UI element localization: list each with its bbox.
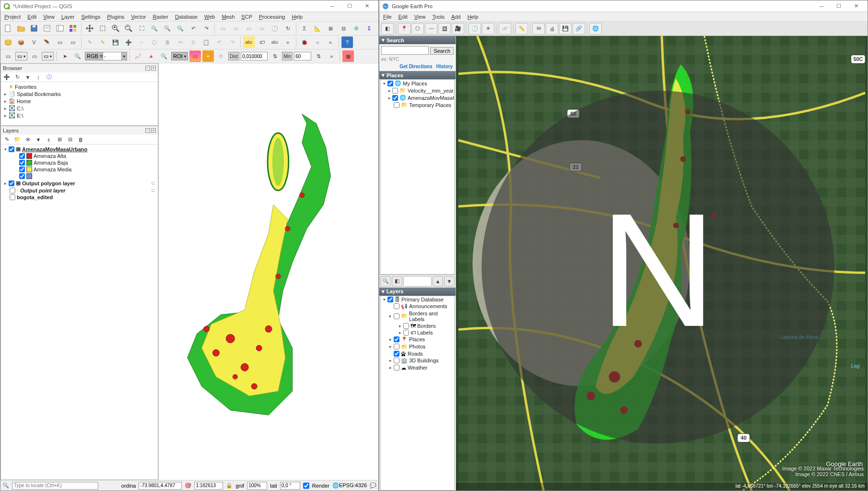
search-input[interactable] [381, 46, 429, 55]
layers-style-icon[interactable]: ✎ [2, 135, 11, 144]
layer-borders-sub[interactable]: ▸🗺Borders [381, 323, 454, 329]
layer-checkbox[interactable] [9, 146, 14, 152]
label-icon[interactable]: abc [243, 36, 255, 48]
scp-dock-icon[interactable]: ▭ [2, 50, 14, 62]
scp-add-icon[interactable]: + [202, 50, 214, 62]
move-down-icon[interactable]: ▼ [444, 276, 455, 287]
minimize-button[interactable]: ─ [324, 1, 341, 12]
zoom-native-icon[interactable]: 🔍 [175, 23, 186, 34]
history-link[interactable]: History [436, 64, 453, 69]
layers-expand-icon[interactable]: ⊞ [55, 135, 64, 144]
minimize-button[interactable]: ─ [813, 1, 830, 12]
path-tool-icon[interactable]: 〰 [425, 23, 437, 35]
search-header[interactable]: ▾Search [379, 36, 456, 44]
show-layout-manager-icon[interactable] [54, 23, 66, 34]
ruler-icon[interactable]: 📏 [516, 23, 528, 35]
legend-baja[interactable]: Amenaza Baja [2, 159, 157, 166]
render-checkbox[interactable] [303, 482, 309, 490]
delete-selected-icon[interactable]: 🗑 [162, 36, 173, 48]
attributes-table-icon[interactable]: ⊞ [325, 23, 336, 34]
layers-expr-icon[interactable]: ε [45, 135, 53, 144]
places-header[interactable]: ▾Places [379, 71, 456, 79]
directions-link[interactable]: Get Directions [399, 64, 432, 69]
menu-settings[interactable]: Settings [79, 13, 103, 20]
menu-layer[interactable]: Layer [59, 13, 77, 20]
places-tree[interactable]: ▾🌐My Places ▸📁Velocity__mm_year__ti... ▸… [380, 79, 455, 275]
menu-view[interactable]: View [412, 13, 428, 20]
signin-icon[interactable]: 🌐 [589, 23, 602, 35]
historical-icon[interactable]: 🕑 [469, 23, 481, 35]
layers-remove-icon[interactable]: 🗑 [76, 135, 85, 144]
browser-item-c[interactable]: ▸💽C:\ [2, 105, 157, 112]
panel-close-icon[interactable]: × [151, 128, 156, 133]
zoom-layer-icon[interactable]: 🔍 [162, 23, 173, 34]
zoom-in-icon[interactable]: + [110, 23, 121, 34]
new-shapefile-icon[interactable]: V [28, 36, 40, 48]
scp-rgb-combo[interactable]: RGB = ▾ [85, 52, 127, 60]
scp-dist-input[interactable] [241, 52, 268, 60]
planet-icon[interactable]: 🪐 [499, 23, 511, 35]
move-up-icon[interactable]: ▲ [433, 276, 443, 287]
browser-props-icon[interactable]: ⓘ [45, 73, 53, 82]
close-button[interactable]: ✕ [847, 1, 865, 12]
browser-add-icon[interactable]: ➕ [2, 73, 11, 82]
toggle-editing-icon[interactable]: ✎ [84, 36, 95, 48]
cut-icon[interactable]: ✂ [175, 36, 186, 48]
layer-bogota[interactable]: bogota_edited [2, 194, 157, 201]
panel-undock-icon[interactable]: ▫ [145, 66, 150, 71]
scp-roi-ptr-icon[interactable]: ➤ [59, 50, 70, 62]
scp-roi-combo[interactable]: ROI▾ [171, 52, 188, 60]
browser-tree[interactable]: ★Favorites ▸📑Spatial Bookmarks ▸🏠Home ▸💽… [1, 82, 158, 125]
maximize-button[interactable]: ☐ [341, 1, 358, 12]
open-datasource-icon[interactable] [2, 36, 14, 48]
scp-min-spin[interactable]: ⇅ [313, 50, 324, 62]
close-button[interactable]: ✕ [358, 1, 375, 12]
layers-filter-icon[interactable]: ▼ [34, 135, 43, 144]
sigma-icon[interactable]: Σ [364, 23, 375, 34]
new-memory-icon[interactable]: ▭ [67, 36, 79, 48]
label-2-icon[interactable]: 🏷 [256, 36, 268, 48]
new-project-icon[interactable] [2, 23, 14, 34]
menu-vector[interactable]: Vector [129, 13, 148, 20]
menu-help[interactable]: Help [289, 13, 305, 20]
coord-input[interactable] [139, 482, 182, 490]
view-gmaps-icon[interactable]: 🔗 [573, 23, 585, 35]
browser-refresh-icon[interactable]: ↻ [13, 73, 22, 82]
layer-output-poly[interactable]: ▸▦Output polygon layer⊂ [2, 180, 157, 187]
save-edits-icon[interactable]: 💾 [110, 36, 121, 48]
layers-panel-header[interactable]: Layers ▫× [1, 126, 158, 135]
legend-unk[interactable] [2, 173, 157, 180]
mag-input[interactable] [247, 482, 267, 490]
refresh-icon[interactable]: ↻ [282, 23, 293, 34]
legend-media[interactable]: Amenaza Media [2, 166, 157, 173]
menu-view[interactable]: View [41, 13, 57, 20]
panel-close-icon[interactable]: × [151, 66, 156, 71]
save-image-icon[interactable]: 💾 [559, 23, 572, 35]
my-places[interactable]: ▾🌐My Places [381, 80, 454, 87]
menu-raster[interactable]: Raster [150, 13, 170, 20]
measure-icon[interactable]: 📐 [312, 23, 323, 34]
add-feature-icon[interactable]: ➕ [123, 36, 134, 48]
toolbox-icon[interactable]: ⚙ [351, 23, 362, 34]
zoom-out-icon[interactable]: − [123, 23, 134, 34]
scp-more-icon[interactable]: » [326, 50, 337, 62]
gep-map-viewport[interactable]: 50 21 40 50C Laguna de Pena Lag N Image … [456, 36, 868, 491]
place-velocity[interactable]: ▸📁Velocity__mm_year__ti... [381, 87, 454, 94]
menu-project[interactable]: Project [2, 13, 23, 20]
layer-3d[interactable]: ▸🏢3D Buildings [381, 357, 454, 364]
layers-manage-icon[interactable]: 👁 [23, 135, 32, 144]
layer-roads[interactable]: 🛣Roads [381, 350, 454, 357]
layer-labels-sub[interactable]: ▸🏷Labels [381, 329, 454, 336]
qgis-map-canvas[interactable] [159, 63, 378, 480]
scp-input-combo[interactable]: ▭▾ [15, 52, 27, 60]
find-place-icon[interactable]: 🔍 [380, 276, 391, 287]
menu-web[interactable]: Web [202, 13, 217, 20]
gep-layers-tree[interactable]: ▾🗄Primary Database 📢Announcements ▾📁Bord… [380, 296, 455, 491]
browser-item-e[interactable]: ▸💽E:\ [2, 112, 157, 119]
crs-button[interactable]: 🌐EPSG:4326 [332, 482, 367, 489]
layer-weather[interactable]: ▸☁Weather [381, 364, 454, 371]
legend-alta[interactable]: Amenaza Alta [2, 153, 157, 159]
new-geopackage-icon[interactable]: 📦 [15, 36, 27, 48]
scp-scatter-icon[interactable]: 🔺 [145, 50, 157, 62]
scp-spectral-icon[interactable]: 📈 [132, 50, 144, 62]
